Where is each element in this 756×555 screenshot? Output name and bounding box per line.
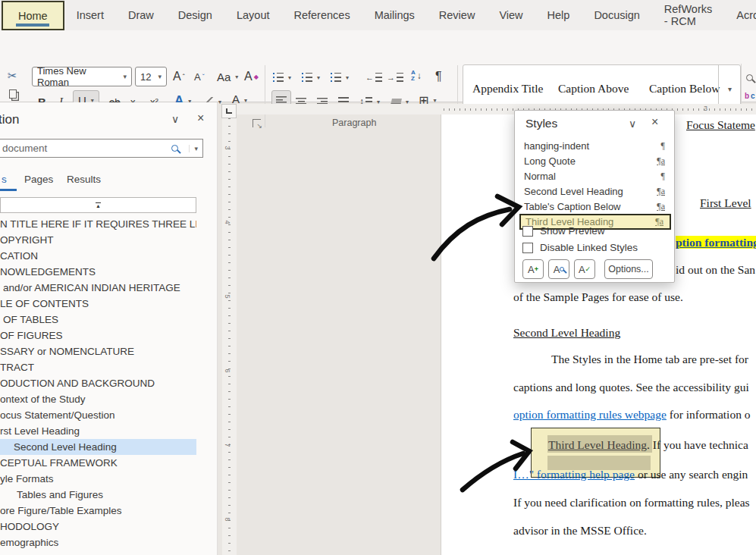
nav-close-button[interactable]: × <box>197 111 204 125</box>
pilcrow-icon: ¶ <box>435 70 442 83</box>
doc-heading-first-level[interactable]: First Level <box>700 196 751 210</box>
nav-collapse-button[interactable]: ∨ <box>171 113 179 125</box>
decrease-indent-button[interactable]: ← <box>365 68 382 86</box>
shrink-font-button[interactable]: Aˇ <box>194 67 205 86</box>
doc-line-highlighted-link[interactable]: ption formatting <box>676 236 756 249</box>
jump-to-top-button[interactable]: ▲ <box>0 197 196 213</box>
disable-linked-styles-checkbox[interactable] <box>522 243 533 253</box>
tab-stop-selector[interactable] <box>221 104 237 118</box>
nav-heading-item[interactable]: and/or AMERICAN INDIAN HERITAGE <box>0 280 196 296</box>
nav-heading-item[interactable]: SSARY or NOMENCLATURE <box>0 343 196 359</box>
tab-layout[interactable]: Layout <box>224 0 282 30</box>
nav-heading-item[interactable]: OF FIGURES <box>0 328 196 343</box>
style-item-normal[interactable]: Normal ¶ <box>515 168 676 183</box>
search-input[interactable] <box>0 143 171 154</box>
nav-tab-results[interactable]: Results <box>67 174 101 185</box>
cut-icon[interactable]: ✂ <box>8 67 17 85</box>
increase-indent-button[interactable]: → <box>387 68 403 86</box>
doc-line[interactable]: of the Sample Pages for ease of use. <box>513 290 683 304</box>
style-inspector-button[interactable]: A <box>548 259 569 279</box>
font-name-value: Times New Roman <box>37 65 120 88</box>
tab-mailings[interactable]: Mailings <box>362 0 427 30</box>
tab-review[interactable]: Review <box>427 0 488 30</box>
doc-heading-second-level[interactable]: Second Level Heading <box>513 326 620 340</box>
nav-heading-item[interactable]: CATION <box>0 248 196 264</box>
doc-line[interactable]: If you need clarification on formatting … <box>513 496 750 510</box>
linked-style-icon: ¶a <box>657 201 665 212</box>
linked-style-icon: ¶a <box>657 155 665 167</box>
clear-formatting-button[interactable]: A◆ <box>244 67 259 86</box>
tab-refworks[interactable]: RefWorks - RCM <box>652 0 724 30</box>
doc-line[interactable]: advisor in the MSSE Office. <box>513 524 647 538</box>
sort-button[interactable]: AZ ↓ <box>411 67 422 85</box>
hyperlink-option-rules[interactable]: option formatting rules webpage <box>513 408 667 421</box>
doc-line[interactable]: The Styles in the Home tab are pre-set f… <box>551 353 748 366</box>
third-level-heading-text[interactable]: Third Level Heading <box>548 438 647 451</box>
nav-heading-item[interactable]: rst Level Heading <box>0 423 196 439</box>
nav-tab-pages[interactable]: Pages <box>24 174 53 185</box>
doc-line[interactable]: id out on the San <box>676 263 755 277</box>
panel-close-button[interactable]: × <box>651 115 658 129</box>
ruler-ticks <box>228 118 231 555</box>
doc-line[interactable]: captions and long quotes. See the access… <box>513 381 749 394</box>
nav-heading-item[interactable]: HODOLOGY <box>0 519 196 535</box>
vertical-ruler[interactable]: 3 4 5 6 7 8 <box>222 118 237 555</box>
nav-heading-item[interactable]: ontext of the Study <box>0 391 196 407</box>
nav-heading-item[interactable]: NOWLEDGEMENTS <box>0 264 196 280</box>
nav-heading-item[interactable]: N TITLE HERE IF IT REQUIRES THREE LINES.… <box>0 216 196 232</box>
nav-heading-item[interactable]: ODUCTION AND BACKGROUND <box>0 375 196 391</box>
tab-help[interactable]: Help <box>535 0 582 30</box>
replace-button[interactable]: bc <box>745 86 755 105</box>
change-case-button[interactable]: Aa▾ <box>217 67 238 86</box>
search-icon[interactable] <box>171 145 178 152</box>
nav-tab-headings[interactable]: s <box>2 174 7 185</box>
manage-styles-button[interactable]: A✓ <box>574 259 595 279</box>
style-item-hanging-indent[interactable]: hanging-indent ¶ <box>515 138 676 153</box>
nav-heading-item[interactable]: LE OF CONTENTS <box>0 296 196 312</box>
nav-heading-item[interactable]: ore Figure/Table Examples <box>0 503 196 519</box>
nav-heading-item[interactable]: OF TABLES <box>0 312 196 328</box>
copy-icon[interactable] <box>9 85 17 103</box>
horizontal-ruler[interactable]: 3 <box>237 104 756 114</box>
tab-docusign[interactable]: Docusign <box>582 0 651 30</box>
font-size-combo[interactable]: 12 ▾ <box>135 67 167 86</box>
nav-heading-item[interactable]: reatment <box>0 550 196 555</box>
jump-to-top-icon: ▲ <box>96 202 101 209</box>
nav-search-box[interactable]: ▾ <box>0 139 203 158</box>
nav-heading-item[interactable]: ocus Statement/Question <box>0 407 196 423</box>
tab-view[interactable]: View <box>487 0 535 30</box>
nav-heading-item[interactable]: OPYRIGHT <box>0 232 196 248</box>
nav-heading-item-selected[interactable]: Second Level Heading <box>0 439 196 455</box>
chevron-down-icon: ∨ <box>171 113 179 125</box>
panel-collapse-button[interactable]: ∨ <box>629 118 636 130</box>
options-button[interactable]: Options... <box>604 259 653 279</box>
nav-heading-item[interactable]: CEPTUAL FRAMEWORK <box>0 455 196 471</box>
find-button[interactable] <box>746 68 753 86</box>
nav-heading-item[interactable]: Tables and Figures <box>0 487 196 503</box>
show-paragraph-marks-button[interactable]: ¶ <box>435 67 442 86</box>
nav-heading-item[interactable]: TRACT <box>0 359 196 375</box>
font-dialog-launcher[interactable]: ↘ <box>253 119 261 127</box>
font-name-combo[interactable]: Times New Roman ▾ <box>32 67 132 86</box>
style-item-second-level-heading[interactable]: Second Level Heading ¶a <box>515 183 676 199</box>
show-preview-checkbox[interactable] <box>522 226 533 237</box>
tab-insert[interactable]: Insert <box>64 0 116 30</box>
doc-heading-focus[interactable]: Focus Stateme <box>686 118 755 132</box>
bullets-button[interactable]: ▾ <box>273 68 291 86</box>
tab-references[interactable]: References <box>281 0 362 30</box>
tab-draw[interactable]: Draw <box>116 0 166 30</box>
multilevel-list-button[interactable]: ▾ <box>331 68 349 86</box>
search-options-dropdown[interactable]: ▾ <box>189 145 198 152</box>
hyperlink-help-page[interactable]: I…" formatting help page <box>513 468 635 481</box>
nav-heading-item[interactable]: emographics <box>0 535 196 550</box>
style-item-tables-caption-below[interactable]: Table's Caption Below ¶a <box>515 199 676 214</box>
nav-heading-item[interactable]: yle Formats <box>0 471 196 487</box>
tab-acrobat[interactable]: Acrobat <box>724 0 756 30</box>
tab-design[interactable]: Design <box>166 0 224 30</box>
linked-style-icon: ¶a <box>655 216 663 227</box>
grow-font-button[interactable]: Aˆ <box>173 67 185 86</box>
new-style-button[interactable]: A+ <box>522 259 544 279</box>
numbering-button[interactable]: ▾ <box>302 68 320 86</box>
tab-home[interactable]: Home <box>2 1 64 30</box>
style-item-long-quote[interactable]: Long Quote ¶a <box>515 153 676 168</box>
